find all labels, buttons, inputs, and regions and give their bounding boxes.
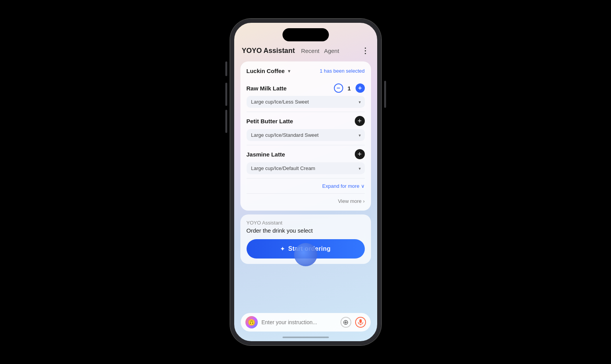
power-button — [384, 81, 386, 108]
qty-number-0: 1 — [346, 85, 352, 92]
drink-name-0: Raw Milk Latte — [247, 85, 287, 92]
start-btn-icon: ✦ — [280, 246, 285, 252]
drink-row-1: Petit Butter Latte + — [247, 116, 365, 126]
drink-item-0: Raw Milk Latte − 1 + Large cup/Ice/Less … — [247, 80, 365, 112]
drink-options-2: Large cup/Ice/Default Cream ▾ — [247, 162, 365, 174]
drink-row-0: Raw Milk Latte − 1 + — [247, 83, 365, 93]
add-btn-1[interactable]: + — [355, 116, 365, 126]
drink-item-2: Jasmine Latte + Large cup/Ice/Default Cr… — [247, 145, 365, 179]
drink-options-1: Large cup/Ice/Standard Sweet ▾ — [247, 129, 365, 141]
header-nav: Recent Agent — [301, 48, 339, 54]
drink-name-2: Jasmine Latte — [247, 151, 285, 158]
volume-down-button — [225, 110, 227, 133]
nav-agent[interactable]: Agent — [324, 48, 339, 54]
drink-option-select-1[interactable]: Large cup/Ice/Standard Sweet — [247, 129, 365, 141]
expand-more[interactable]: Expand for more ∨ — [247, 179, 365, 191]
add-btn-2[interactable]: + — [355, 149, 365, 159]
qty-decrease-btn-0[interactable]: − — [334, 83, 343, 93]
avatar-overlay — [294, 243, 317, 266]
view-more[interactable]: View more › — [247, 193, 365, 204]
assistant-card: YOYO Assistant Order the drink you selec… — [240, 214, 371, 264]
view-more-text[interactable]: View more › — [338, 198, 364, 204]
drink-option-select-0[interactable]: Large cup/Ice/Less Sweet — [247, 96, 365, 108]
input-mic-btn[interactable] — [355, 317, 366, 328]
mic-icon — [358, 319, 363, 325]
assistant-label: YOYO Assistant — [247, 220, 365, 226]
selected-badge: 1 has been selected — [320, 68, 364, 74]
qty-control-0: − 1 + — [334, 83, 365, 93]
more-menu-icon[interactable]: ⋮ — [361, 46, 369, 55]
input-add-btn[interactable]: ⊕ — [340, 317, 351, 328]
volume-up-button — [225, 83, 227, 106]
drink-item-1: Petit Butter Latte + Large cup/Ice/Stand… — [247, 112, 365, 145]
drink-row-2: Jasmine Latte + — [247, 149, 365, 159]
drink-option-select-2[interactable]: Large cup/Ice/Default Cream — [247, 162, 365, 174]
nav-recent[interactable]: Recent — [301, 48, 320, 54]
expand-more-text[interactable]: Expand for more ∨ — [322, 183, 365, 189]
drink-options-0: Large cup/Ice/Less Sweet ▾ — [247, 96, 365, 108]
input-container: 🙃 ⊕ — [240, 313, 371, 332]
brand-selector[interactable]: Luckin Coffee ▼ — [247, 68, 291, 74]
brand-dropdown-icon: ▼ — [287, 69, 291, 73]
dynamic-island — [283, 28, 329, 41]
drink-name-1: Petit Butter Latte — [247, 118, 293, 124]
brand-name-text: Luckin Coffee — [247, 68, 285, 74]
app-title: YOYO Assistant — [242, 47, 295, 55]
qty-increase-btn-0[interactable]: + — [356, 83, 365, 93]
main-area: Luckin Coffee ▼ 1 has been selected Raw … — [234, 60, 377, 310]
coffee-card: Luckin Coffee ▼ 1 has been selected Raw … — [240, 61, 371, 211]
svg-rect-0 — [359, 319, 362, 323]
coffee-card-header: Luckin Coffee ▼ 1 has been selected — [247, 68, 365, 74]
home-indicator — [283, 337, 329, 338]
input-avatar-emoji: 🙃 — [248, 319, 255, 326]
mute-button — [225, 61, 227, 76]
assistant-message: Order the drink you select — [247, 227, 365, 234]
instruction-input[interactable] — [262, 319, 337, 325]
input-avatar: 🙃 — [245, 316, 258, 328]
